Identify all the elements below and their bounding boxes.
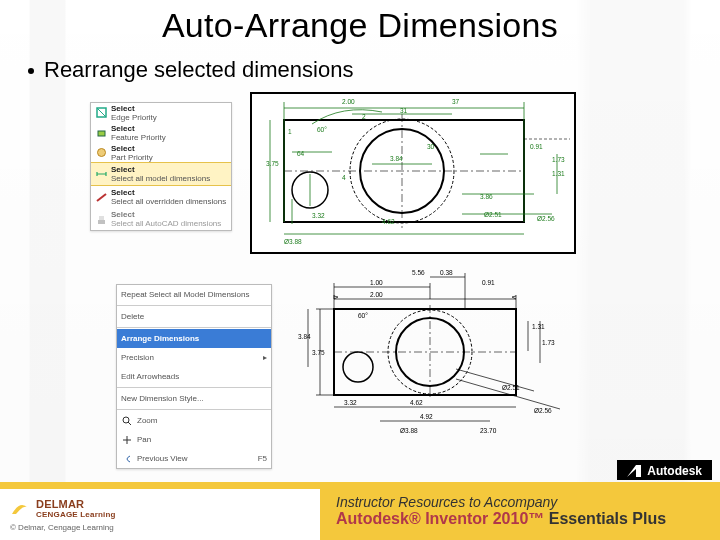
product-name: Autodesk® Inventor 2010™ [336,510,544,527]
svg-text:Ø3.88: Ø3.88 [284,238,302,245]
menu-item[interactable]: Pan [117,430,271,449]
menu-item[interactable]: SelectSelect all AutoCAD dimensions [91,208,231,230]
footer-line1: Instructor Resources to Accompany [336,494,704,510]
svg-text:1.73: 1.73 [552,156,565,163]
svg-text:4.62: 4.62 [382,218,395,225]
pan-icon [121,434,133,446]
svg-text:0.38: 0.38 [440,269,453,276]
svg-text:Ø2.51: Ø2.51 [502,384,520,391]
menu-item[interactable]: SelectEdge Priority [91,103,231,122]
menu-item-selected[interactable]: SelectSelect all model dimensions [91,162,231,186]
menu-item[interactable]: New Dimension Style... [117,389,271,408]
drawing-after: 5.56 1.00 0.38 0.91 2.00 60° 1.31 3.75 3… [280,265,570,443]
svg-text:1.00: 1.00 [370,279,383,286]
svg-rect-2 [98,131,105,136]
svg-text:1.31: 1.31 [552,170,565,177]
svg-text:3.84: 3.84 [298,333,311,340]
footer-left: DELMAR CENGAGE Learning © Delmar, Cengag… [0,482,320,540]
svg-text:23.70: 23.70 [480,427,497,434]
svg-text:2.00: 2.00 [342,98,355,105]
svg-text:4: 4 [342,174,346,181]
svg-text:4.62: 4.62 [410,399,423,406]
select-priority-menu: SelectEdge Priority SelectFeature Priori… [90,102,232,231]
context-menu: Repeat Select all Model Dimensions Delet… [116,284,272,469]
menu-item[interactable]: Previous View F5 [117,449,271,468]
svg-text:3.84: 3.84 [390,155,403,162]
svg-text:2: 2 [362,113,366,120]
svg-text:3.32: 3.32 [312,212,325,219]
svg-text:Ø2.56: Ø2.56 [537,215,555,222]
svg-text:5.56: 5.56 [412,269,425,276]
delmar-logo: DELMAR CENGAGE Learning [10,498,310,519]
prev-view-icon [121,453,133,465]
zoom-icon [121,415,133,427]
svg-text:1.73: 1.73 [542,339,555,346]
menu-item-selected[interactable]: Arrange Dimensions [117,329,271,348]
footer-bar: DELMAR CENGAGE Learning © Delmar, Cengag… [0,482,720,540]
product-suffix: Essentials Plus [544,510,666,527]
brand-name: DELMAR [36,498,84,510]
svg-text:3.75: 3.75 [312,349,325,356]
svg-line-47 [128,422,131,425]
menu-item[interactable]: SelectPart Priority [91,143,231,162]
autocad-icon [95,213,107,225]
menu-item[interactable]: SelectSelect all overridden dimensions [91,186,231,208]
feature-icon [95,127,107,139]
menu-item[interactable]: SelectFeature Priority [91,122,231,143]
dim-label: 37 [452,98,460,105]
svg-text:3.75: 3.75 [266,160,279,167]
svg-text:4.92: 4.92 [420,413,433,420]
svg-text:1: 1 [288,128,292,135]
edge-icon [95,107,107,119]
menu-item[interactable]: Precision▸ [117,348,271,367]
footer-right: Autodesk Instructor Resources to Accompa… [320,482,720,540]
svg-text:3.32: 3.32 [344,399,357,406]
menu-item[interactable]: Zoom [117,411,271,430]
menu-item[interactable]: Delete [117,307,271,326]
content-area: SelectEdge Priority SelectFeature Priori… [70,89,650,449]
svg-line-1 [97,108,106,117]
override-icon [95,191,107,203]
svg-text:1.31: 1.31 [532,323,545,330]
delmar-mark-icon [10,498,30,518]
copyright-text: © Delmar, Cengage Learning [10,523,310,532]
autodesk-badge: Autodesk [617,460,712,480]
svg-text:60°: 60° [317,126,327,133]
brand-sub: CENGAGE Learning [36,510,116,519]
autodesk-text: Autodesk [647,464,702,478]
svg-rect-4 [98,220,105,224]
menu-item[interactable]: Repeat Select all Model Dimensions [117,285,271,304]
svg-point-51 [343,352,373,382]
svg-text:3.86: 3.86 [480,193,493,200]
svg-text:60°: 60° [358,312,368,319]
svg-text:Ø3.88: Ø3.88 [400,427,418,434]
menu-item[interactable]: Edit Arrowheads [117,367,271,386]
dimension-icon [95,168,107,180]
autodesk-mark-icon [627,465,641,477]
svg-text:0.91: 0.91 [530,143,543,150]
svg-text:Ø2.56: Ø2.56 [534,407,552,414]
footer-line2: Autodesk® Inventor 2010™ Essentials Plus [336,510,704,528]
svg-text:0.91: 0.91 [482,279,495,286]
svg-text:2.00: 2.00 [370,291,383,298]
drawing-before: 37 2.00 31 2 1 60° 64 3.84 30 0.91 1.73 … [250,92,576,254]
svg-text:Ø2.51: Ø2.51 [484,211,502,218]
svg-point-3 [97,149,105,157]
svg-rect-5 [99,216,104,220]
svg-text:64: 64 [297,150,305,157]
part-icon [95,147,107,159]
svg-text:31: 31 [400,107,408,114]
svg-text:30: 30 [427,143,435,150]
